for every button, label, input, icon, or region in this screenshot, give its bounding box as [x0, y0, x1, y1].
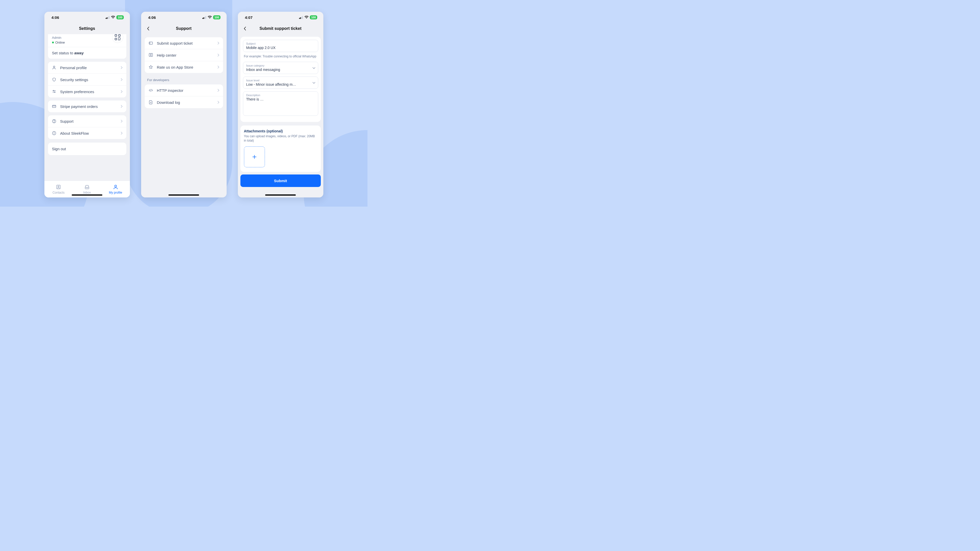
svg-point-11 — [53, 66, 55, 68]
wifi-icon — [304, 16, 309, 19]
tab-my-profile[interactable]: My profile — [101, 181, 130, 197]
subject-field[interactable]: Subject Mobile app 2.0 UX — [243, 40, 318, 52]
svg-rect-5 — [118, 35, 120, 37]
credit-card-icon — [52, 104, 57, 109]
set-status-value: away — [74, 51, 84, 55]
phone-submit-ticket: 4:07 100 Submit support ticket Subject M… — [238, 12, 323, 197]
row-submit-support-ticket[interactable]: Submit support ticket — [145, 37, 223, 49]
ticket-icon — [148, 41, 153, 45]
status-bar: 4:06 100 — [45, 12, 130, 23]
field-label: Issue level — [246, 79, 315, 82]
chevron-right-icon — [218, 100, 220, 105]
svg-rect-30 — [149, 42, 153, 44]
chevron-right-icon — [121, 78, 123, 82]
row-label: About SleekFlow — [60, 131, 117, 135]
clock: 4:06 — [52, 15, 59, 20]
battery-icon: 100 — [116, 15, 124, 19]
row-system-preferences[interactable]: System preferences — [48, 86, 126, 97]
chevron-right-icon — [218, 88, 220, 93]
phone-settings: 4:06 100 Settings Admin — [45, 12, 130, 197]
row-label: Rate us on App Store — [157, 65, 214, 69]
svg-rect-2 — [108, 17, 108, 19]
qr-code-button[interactable] — [112, 34, 123, 43]
nav-bar: Submit support ticket — [238, 23, 323, 34]
submit-button[interactable]: Submit — [240, 175, 321, 187]
svg-rect-35 — [302, 16, 303, 19]
battery-icon: 100 — [213, 15, 220, 19]
svg-point-24 — [58, 186, 59, 187]
row-label: Help center — [157, 53, 214, 57]
attachments-description: You can upload images, videos, or PDF (m… — [244, 134, 317, 143]
code-icon — [148, 88, 153, 93]
svg-rect-0 — [106, 18, 107, 19]
row-label: Personal profile — [60, 65, 117, 70]
back-button[interactable] — [242, 25, 248, 32]
download-icon — [148, 100, 153, 105]
tab-label: My profile — [109, 191, 122, 194]
attachments-section: Attachments (optional) You can upload im… — [240, 125, 321, 172]
svg-point-15 — [54, 92, 55, 93]
row-http-inspector[interactable]: HTTP inspector — [145, 84, 223, 97]
add-attachment-button[interactable] — [244, 146, 265, 167]
chevron-right-icon — [121, 65, 123, 70]
chevron-right-icon — [121, 119, 123, 124]
tab-contacts[interactable]: Contacts — [45, 181, 73, 197]
svg-rect-34 — [301, 17, 302, 19]
tab-label: Contacts — [52, 191, 65, 194]
row-label: System preferences — [60, 89, 117, 94]
svg-rect-3 — [109, 16, 110, 19]
clock: 4:06 — [148, 15, 156, 20]
chevron-right-icon — [218, 53, 220, 57]
settings-group-payments: Stripe payment orders — [48, 100, 126, 112]
svg-rect-29 — [205, 16, 206, 19]
back-button[interactable] — [145, 25, 151, 32]
row-stripe-payment-orders[interactable]: Stripe payment orders — [48, 100, 126, 112]
row-security-settings[interactable]: Security settings — [48, 74, 126, 86]
svg-rect-6 — [115, 38, 117, 40]
home-indicator — [72, 194, 102, 196]
chevron-right-icon — [218, 65, 220, 69]
home-indicator — [169, 194, 199, 196]
row-rate-us[interactable]: Rate us on App Store — [145, 61, 223, 73]
svg-rect-16 — [52, 105, 56, 108]
user-icon — [52, 65, 57, 70]
chevron-right-icon — [121, 89, 123, 94]
home-indicator — [265, 194, 296, 196]
user-status: Online — [52, 41, 112, 44]
subject-helper-text: For example: Trouble connecting to offic… — [244, 55, 317, 58]
settings-group-help: Support About SleekFlow — [48, 115, 126, 139]
field-value: Mobile app 2.0 UX — [246, 46, 315, 50]
description-field[interactable]: Description There is … — [243, 91, 318, 116]
row-download-log[interactable]: Download log — [145, 97, 223, 108]
help-circle-icon — [52, 119, 57, 124]
support-group-main: Submit support ticket Help center Rate u… — [145, 37, 223, 73]
row-support[interactable]: Support — [48, 115, 126, 127]
section-label-developers: For developers — [141, 78, 227, 83]
shield-icon — [52, 77, 57, 82]
set-status-row[interactable]: Set status to away — [48, 47, 126, 59]
attachments-title: Attachments (optional) — [244, 129, 317, 133]
profile-card: Admin Online — [48, 34, 126, 59]
status-bar: 4:07 100 — [238, 12, 323, 23]
star-icon — [148, 65, 153, 69]
set-status-prefix: Set status to — [52, 51, 75, 55]
tab-label: Inbox — [83, 191, 91, 194]
status-bar: 4:06 100 — [141, 12, 227, 23]
field-label: Subject — [246, 42, 315, 45]
svg-point-13 — [53, 90, 54, 91]
issue-category-field[interactable]: Issue category Inbox and messaging — [243, 62, 318, 74]
row-personal-profile[interactable]: Personal profile — [48, 62, 126, 74]
row-about[interactable]: About SleekFlow — [48, 127, 126, 139]
wifi-icon — [208, 16, 212, 19]
user-role: Admin — [52, 36, 112, 40]
wifi-icon — [111, 16, 115, 19]
cellular-icon — [202, 16, 207, 19]
svg-rect-4 — [115, 35, 117, 37]
sliders-icon — [52, 89, 57, 94]
row-help-center[interactable]: Help center — [145, 49, 223, 61]
nav-bar: Support — [141, 23, 227, 34]
issue-level-field[interactable]: Issue level Low - Minor issue affecting … — [243, 76, 318, 89]
cellular-icon — [299, 16, 303, 19]
sign-out-button[interactable]: Sign out — [48, 143, 126, 155]
page-title: Submit support ticket — [259, 26, 301, 31]
